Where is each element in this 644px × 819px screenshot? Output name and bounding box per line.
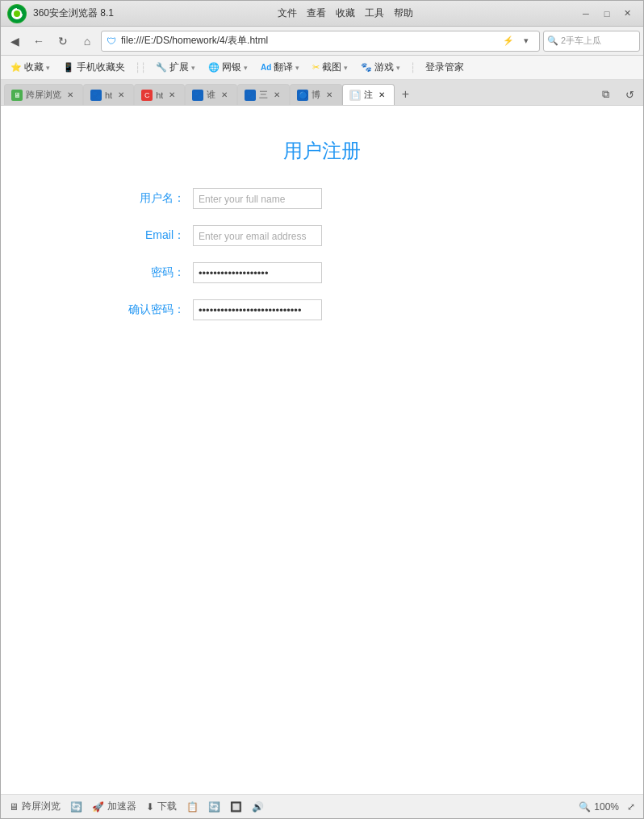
- games-icon: 🐾: [361, 62, 372, 73]
- sync-icon: 🔄: [208, 801, 220, 813]
- bookmark-favorites[interactable]: ⭐ 收藏 ▾: [7, 59, 53, 76]
- address-text: file:///E:/DS/homework/4/表单.html: [121, 34, 497, 48]
- tab-action-copy[interactable]: ⧉: [595, 84, 616, 105]
- status-crossscreen[interactable]: 🖥 跨屏浏览: [9, 800, 61, 813]
- tab-san-close[interactable]: ✕: [271, 90, 282, 101]
- tabs-bar: 🖥 跨屏浏览 ✕ 🐾 ht ✕ C ht ✕ 🐾 谁 ✕ 🐾 三 ✕ 🔵 博 ✕: [1, 80, 643, 106]
- tab-ht1-label: ht: [105, 90, 112, 100]
- zoom-icon: 🔍: [579, 801, 591, 813]
- status-volume[interactable]: 🔊: [252, 801, 264, 813]
- tab-note-icon: 📄: [349, 90, 361, 101]
- nav-bar: ◀ ← ↻ ⌂ 🛡 file:///E:/DS/homework/4/表单.ht…: [1, 27, 643, 56]
- search-bar[interactable]: 🔍 2手车上瓜: [543, 31, 640, 52]
- status-refresh[interactable]: 🔄: [70, 801, 82, 813]
- extension-label: 扩展: [169, 61, 189, 74]
- expand-icon: ⤢: [627, 801, 635, 813]
- tab-bo-close[interactable]: ✕: [324, 90, 335, 101]
- status-sync[interactable]: 🔄: [208, 801, 220, 813]
- password-input[interactable]: [193, 262, 322, 283]
- tab-crossscreen[interactable]: 🖥 跨屏浏览 ✕: [4, 84, 83, 105]
- menu-view[interactable]: 查看: [307, 6, 326, 20]
- tab-note[interactable]: 📄 注 ✕: [342, 84, 395, 105]
- bookmark-translate[interactable]: Ad 翻译 ▾: [257, 59, 303, 76]
- new-tab-button[interactable]: +: [395, 84, 416, 105]
- status-clipboard[interactable]: 📋: [186, 801, 199, 813]
- back-button[interactable]: ←: [28, 31, 49, 52]
- banking-arrow: ▾: [244, 64, 248, 72]
- status-expand[interactable]: ⤢: [627, 801, 635, 813]
- browser-logo: [7, 4, 27, 23]
- tab-san-icon: 🐾: [245, 90, 256, 101]
- games-label: 游戏: [374, 61, 394, 74]
- bookmark-mobile[interactable]: 📱 手机收藏夹: [60, 59, 128, 76]
- browser-window: 360安全浏览器 8.1 文件 查看 收藏 工具 帮助 ─ □ ✕ ◀ ← ↻ …: [0, 0, 644, 819]
- dropdown-icon[interactable]: ▾: [518, 33, 534, 49]
- tab-who[interactable]: 🐾 谁 ✕: [185, 84, 237, 105]
- tab-bo-label: 博: [312, 89, 320, 101]
- menu-file[interactable]: 文件: [278, 6, 297, 20]
- tab-ht2-label: ht: [156, 90, 163, 100]
- mobile-label: 手机收藏夹: [77, 61, 125, 74]
- rocket-icon: 🚀: [92, 801, 104, 813]
- address-bar: 🛡 file:///E:/DS/homework/4/表单.html ⚡ ▾: [101, 31, 540, 52]
- maximize-button[interactable]: □: [598, 6, 616, 21]
- tab-action-undo[interactable]: ↺: [619, 84, 640, 105]
- browser-title: 360安全浏览器 8.1: [33, 6, 114, 20]
- favorites-label: 收藏: [24, 61, 44, 74]
- tab-crossscreen-icon: 🖥: [11, 90, 23, 101]
- status-zoom[interactable]: 🔍 100%: [579, 801, 619, 813]
- mobile-icon: 📱: [63, 62, 74, 73]
- confirm-password-input[interactable]: [193, 299, 322, 320]
- confirm-password-row: 确认密码：: [120, 299, 524, 320]
- security-icon: 🛡: [107, 36, 118, 47]
- tab-ht2[interactable]: C ht ✕: [134, 84, 185, 105]
- title-bar: 360安全浏览器 8.1 文件 查看 收藏 工具 帮助 ─ □ ✕: [1, 1, 643, 27]
- password-label: 密码：: [120, 265, 193, 280]
- tab-ht2-close[interactable]: ✕: [166, 90, 178, 101]
- star-icon: ⭐: [10, 62, 22, 73]
- menu-help[interactable]: 帮助: [394, 6, 413, 20]
- translate-icon: Ad: [261, 63, 271, 72]
- refresh-icon: 🔄: [70, 801, 82, 813]
- tab-who-close[interactable]: ✕: [219, 90, 230, 101]
- home-button[interactable]: ⌂: [77, 31, 98, 52]
- page-title: 用户注册: [283, 138, 361, 164]
- bookmark-games[interactable]: 🐾 游戏 ▾: [358, 59, 404, 76]
- tab-note-label: 注: [364, 89, 373, 101]
- zoom-level: 100%: [594, 801, 619, 813]
- separator-2: ┆: [410, 62, 416, 73]
- bookmark-banking[interactable]: 🌐 网银 ▾: [205, 59, 251, 76]
- volume-icon: 🔊: [252, 801, 264, 813]
- status-download[interactable]: ⬇ 下载: [146, 800, 177, 813]
- status-screen[interactable]: 🔲: [230, 801, 242, 813]
- bookmark-extension[interactable]: 🔧 扩展 ▾: [153, 59, 199, 76]
- tab-crossscreen-close[interactable]: ✕: [65, 90, 76, 101]
- tab-ht1[interactable]: 🐾 ht ✕: [83, 84, 134, 105]
- username-input[interactable]: [193, 188, 322, 209]
- tab-note-close[interactable]: ✕: [376, 90, 387, 101]
- bookmark-login[interactable]: 登录管家: [422, 59, 467, 76]
- address-actions: ⚡ ▾: [500, 33, 534, 49]
- status-right: 🔍 100% ⤢: [579, 801, 635, 813]
- tab-bo[interactable]: 🔵 博 ✕: [290, 84, 342, 105]
- tab-ht1-close[interactable]: ✕: [115, 90, 127, 101]
- close-button[interactable]: ✕: [619, 6, 637, 21]
- status-accelerator[interactable]: 🚀 加速器: [92, 800, 136, 813]
- login-label: 登录管家: [425, 61, 464, 74]
- accelerator-label: 加速器: [107, 800, 136, 813]
- minimize-button[interactable]: ─: [577, 6, 595, 21]
- email-label: Email：: [120, 228, 193, 243]
- extension-icon: 🔧: [156, 62, 167, 73]
- svg-point-2: [14, 10, 20, 17]
- crossscreen-label: 跨屏浏览: [22, 800, 61, 813]
- menu-tools[interactable]: 工具: [365, 6, 384, 20]
- search-placeholder: 🔍 2手车上瓜: [547, 35, 601, 47]
- menu-favorites[interactable]: 收藏: [336, 6, 355, 20]
- registration-form: 用户名： Email： 密码： 确认密码：: [120, 188, 524, 336]
- nav-left-arrow[interactable]: ◀: [4, 31, 25, 52]
- refresh-button[interactable]: ↻: [52, 31, 73, 52]
- tab-san[interactable]: 🐾 三 ✕: [237, 84, 290, 105]
- screenshot-icon: ✂: [312, 62, 320, 73]
- email-input[interactable]: [193, 225, 322, 246]
- bookmark-screenshot[interactable]: ✂ 截图 ▾: [309, 59, 351, 76]
